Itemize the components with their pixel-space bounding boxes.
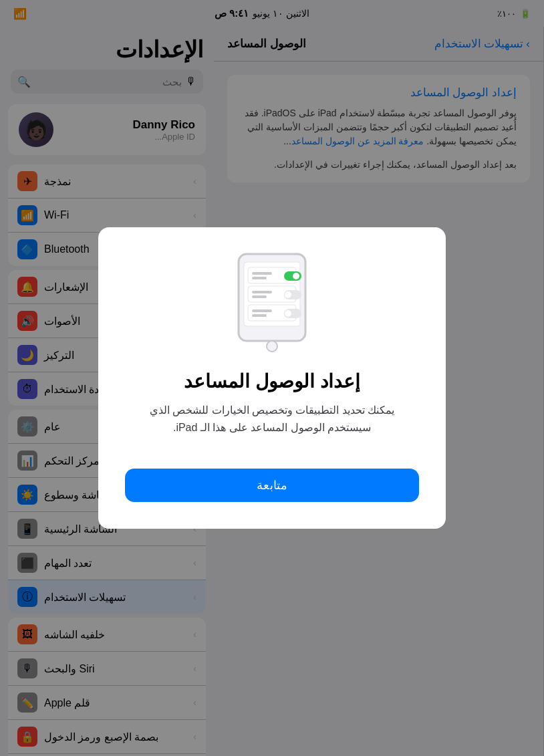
modal-description: يمكنك تحديد التطبيقات وتخصيص الخيارات لل… xyxy=(125,402,419,436)
svg-rect-9 xyxy=(252,295,267,298)
svg-rect-13 xyxy=(252,309,272,312)
svg-rect-8 xyxy=(252,291,272,293)
svg-rect-14 xyxy=(252,314,267,317)
svg-point-16 xyxy=(285,310,291,317)
svg-rect-3 xyxy=(252,272,272,275)
svg-rect-4 xyxy=(252,277,267,279)
modal-dialog: إعداد الوصول المساعد يمكنك تحديد التطبيق… xyxy=(98,227,446,528)
modal-illustration xyxy=(219,247,325,354)
continue-button[interactable]: متابعة xyxy=(125,469,419,502)
modal-title: إعداد الوصول المساعد xyxy=(184,370,360,392)
svg-point-6 xyxy=(293,273,299,279)
svg-point-11 xyxy=(285,291,291,298)
svg-point-17 xyxy=(267,341,277,352)
modal-overlay: إعداد الوصول المساعد يمكنك تحديد التطبيق… xyxy=(0,0,544,756)
